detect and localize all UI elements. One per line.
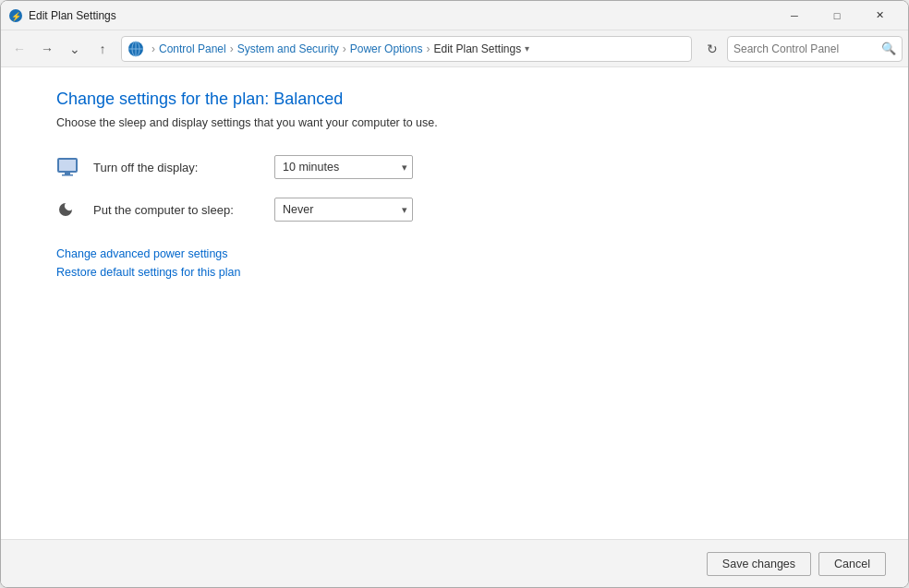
monitor-svg-icon — [57, 158, 78, 176]
display-select[interactable]: 1 minute2 minutes3 minutes5 minutes10 mi… — [274, 155, 413, 179]
main-window: ⚡ Edit Plan Settings ─ □ ✕ ← → ⌄ ↑ › — [0, 0, 909, 588]
svg-rect-7 — [65, 172, 70, 174]
display-icon — [56, 156, 79, 178]
forward-button[interactable]: → — [34, 36, 60, 62]
titlebar: ⚡ Edit Plan Settings ─ □ ✕ — [1, 1, 908, 30]
search-input[interactable] — [733, 42, 878, 55]
sleep-icon — [56, 198, 79, 221]
addressbar[interactable]: › Control Panel › System and Security › … — [121, 36, 692, 62]
sleep-select-wrapper[interactable]: 1 minute2 minutes3 minutes5 minutes10 mi… — [274, 198, 413, 222]
plan-subtitle: Choose the sleep and display settings th… — [56, 116, 871, 129]
refresh-button[interactable]: ↻ — [699, 36, 725, 62]
maximize-button[interactable]: □ — [816, 1, 858, 30]
sleep-select[interactable]: 1 minute2 minutes3 minutes5 minutes10 mi… — [274, 198, 413, 222]
breadcrumb-home-icon — [127, 41, 144, 57]
content-area: Change settings for the plan: Balanced C… — [1, 67, 908, 539]
back-button[interactable]: ← — [6, 36, 32, 62]
display-setting-row: Turn off the display: 1 minute2 minutes3… — [56, 155, 871, 179]
bottom-bar: Save changes Cancel — [1, 539, 908, 587]
display-select-wrapper[interactable]: 1 minute2 minutes3 minutes5 minutes10 mi… — [274, 155, 413, 179]
advanced-settings-link[interactable]: Change advanced power settings — [56, 247, 871, 260]
svg-rect-8 — [62, 174, 73, 176]
minimize-button[interactable]: ─ — [773, 1, 816, 30]
searchbar[interactable]: 🔍 — [727, 36, 903, 62]
breadcrumb-control-panel[interactable]: Control Panel — [159, 42, 226, 55]
breadcrumb-power-options[interactable]: Power Options — [350, 42, 423, 55]
moon-svg-icon — [58, 200, 77, 219]
svg-rect-6 — [58, 159, 77, 172]
sleep-label: Put the computer to sleep: — [93, 203, 260, 217]
window-icon: ⚡ — [8, 8, 23, 23]
cancel-button[interactable]: Cancel — [818, 552, 886, 576]
window-title: Edit Plan Settings — [29, 9, 773, 22]
svg-text:⚡: ⚡ — [11, 11, 22, 22]
display-label: Turn off the display: — [93, 161, 260, 174]
restore-defaults-link[interactable]: Restore default settings for this plan — [56, 266, 871, 279]
recent-button[interactable]: ⌄ — [62, 36, 88, 62]
search-icon: 🔍 — [881, 42, 896, 55]
links-section: Change advanced power settings Restore d… — [56, 247, 871, 279]
addressbar-row: ← → ⌄ ↑ › Control Panel › System and Sec… — [1, 30, 908, 67]
close-button[interactable]: ✕ — [858, 1, 901, 30]
plan-title: Change settings for the plan: Balanced — [56, 90, 871, 109]
breadcrumb-current: Edit Plan Settings — [433, 42, 521, 55]
up-button[interactable]: ↑ — [90, 36, 115, 62]
save-changes-button[interactable]: Save changes — [707, 552, 811, 576]
breadcrumb-system-security[interactable]: System and Security — [237, 42, 339, 55]
sleep-setting-row: Put the computer to sleep: 1 minute2 min… — [56, 198, 871, 222]
window-controls: ─ □ ✕ — [773, 1, 901, 30]
breadcrumb-dropdown-button[interactable]: ▾ — [525, 43, 529, 54]
